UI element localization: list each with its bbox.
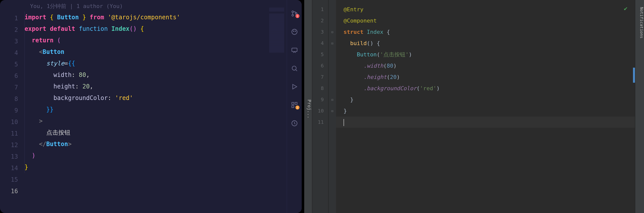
keyword-import: import xyxy=(25,14,46,21)
line-number[interactable]: 10 xyxy=(0,116,23,128)
line-number[interactable]: 7 xyxy=(0,82,23,93)
editor-left-pane: 1 2 3 4 5 6 7 8 9 10 11 12 13 14 15 16 Y… xyxy=(0,0,302,213)
fold-end[interactable]: ⊟ xyxy=(329,94,336,105)
notifications-tab[interactable]: Notifications xyxy=(639,5,644,213)
svg-rect-11 xyxy=(292,105,294,108)
svg-rect-10 xyxy=(295,102,297,104)
assistant-icon[interactable] xyxy=(291,28,298,35)
line-number[interactable]: 7 xyxy=(312,71,328,83)
extensions-icon[interactable]: 2 xyxy=(291,101,298,109)
badge-count: 1 xyxy=(295,14,299,18)
fold-gutter: ⊟ ⊟ ⊟ ⊟ xyxy=(329,0,336,213)
code-editor-left[interactable]: You, 1分钟前 | 1 author (You) import { Butt… xyxy=(23,0,267,213)
line-number[interactable]: 4 xyxy=(312,38,328,49)
git-blame-annotation[interactable]: You, 1分钟前 | 1 author (You) xyxy=(23,3,267,12)
history-icon[interactable] xyxy=(291,120,298,127)
line-number[interactable]: 9 xyxy=(0,105,23,116)
line-number[interactable]: 4 xyxy=(0,47,23,59)
line-number[interactable]: 1 xyxy=(312,4,328,15)
code-editor-right[interactable]: ✔ @Entry @Component struct Index { build… xyxy=(336,0,635,213)
line-number[interactable]: 8 xyxy=(0,93,23,105)
fold-toggle[interactable]: ⊟ xyxy=(329,26,336,38)
line-number[interactable]: 6 xyxy=(0,70,23,82)
line-number[interactable]: 3 xyxy=(0,36,23,47)
line-number[interactable]: 2 xyxy=(312,15,328,26)
svg-point-7 xyxy=(292,66,296,70)
svg-point-4 xyxy=(293,31,294,32)
svg-point-5 xyxy=(295,31,295,32)
chat-icon[interactable] xyxy=(291,47,298,54)
run-icon[interactable] xyxy=(291,83,298,90)
svg-point-1 xyxy=(292,15,293,16)
line-number[interactable]: 1 xyxy=(0,13,23,24)
line-number[interactable]: 10 xyxy=(312,105,328,117)
svg-marker-8 xyxy=(293,84,297,89)
line-number[interactable]: 13 xyxy=(0,151,23,162)
right-tool-rail: Notifications ◉ Previewer xyxy=(635,0,644,213)
minimap[interactable] xyxy=(267,0,287,213)
line-number[interactable]: 12 xyxy=(0,139,23,151)
line-number[interactable]: 3 xyxy=(312,26,328,38)
svg-rect-6 xyxy=(292,48,297,52)
search-icon[interactable] xyxy=(291,65,298,72)
svg-rect-9 xyxy=(292,102,294,104)
minimap-content xyxy=(269,8,284,58)
line-gutter-left: 1 2 3 4 5 6 7 8 9 10 11 12 13 14 15 16 xyxy=(0,0,23,213)
project-tool-tab[interactable]: Proj... xyxy=(304,0,312,213)
line-number[interactable]: 15 xyxy=(0,174,23,185)
line-number[interactable]: 14 xyxy=(0,162,23,174)
button-text: 点击按钮 xyxy=(46,129,70,136)
svg-point-3 xyxy=(292,29,297,35)
line-number[interactable]: 5 xyxy=(0,59,23,70)
line-number[interactable]: 6 xyxy=(312,60,328,71)
editor-right-pane: Proj... 1 2 3 4 5 6 7 8 9 10 11 ⊟ ⊟ ⊟ ⊟ … xyxy=(304,0,644,213)
text-caret xyxy=(344,119,344,126)
line-number[interactable]: 11 xyxy=(0,128,23,139)
svg-point-0 xyxy=(292,11,293,13)
line-number[interactable]: 16 xyxy=(0,185,23,197)
line-number[interactable]: 11 xyxy=(312,117,328,128)
line-number[interactable]: 5 xyxy=(312,49,328,60)
line-gutter-right: 1 2 3 4 5 6 7 8 9 10 11 xyxy=(312,0,329,213)
line-number[interactable]: 8 xyxy=(312,83,328,94)
fold-toggle[interactable]: ⊟ xyxy=(329,38,336,49)
badge-count: 2 xyxy=(295,105,299,110)
project-label: Proj... xyxy=(307,99,312,119)
fold-end[interactable]: ⊟ xyxy=(329,105,336,117)
line-number[interactable]: 9 xyxy=(312,94,328,105)
error-stripe-marker[interactable] xyxy=(633,68,635,83)
right-toolbar: 1 2 xyxy=(287,0,302,213)
source-control-icon[interactable]: 1 xyxy=(291,10,298,17)
line-number[interactable]: 2 xyxy=(0,24,23,36)
